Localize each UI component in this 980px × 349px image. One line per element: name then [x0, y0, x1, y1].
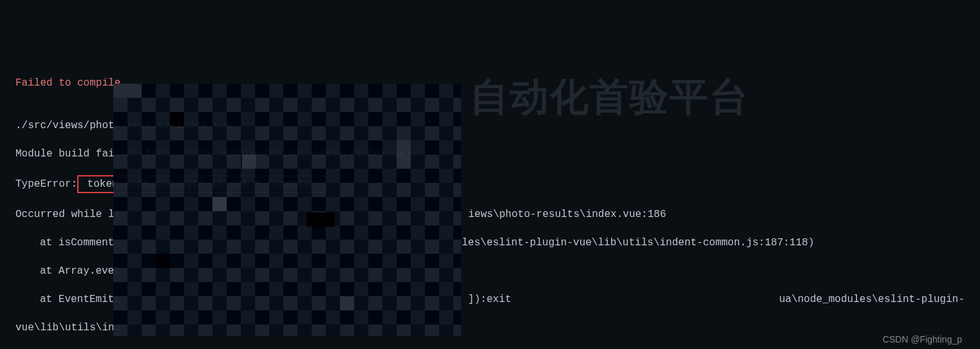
svg-rect-7	[242, 155, 256, 169]
type-error-label: TypeError:	[15, 178, 77, 190]
csdn-watermark: CSDN @Fighting_p	[883, 332, 962, 346]
svg-rect-6	[170, 112, 184, 126]
svg-rect-10	[156, 254, 170, 268]
svg-rect-9	[397, 140, 411, 169]
svg-rect-12	[212, 197, 227, 211]
svg-rect-5	[113, 84, 142, 98]
svg-rect-11	[340, 296, 354, 310]
svg-rect-4	[113, 84, 461, 336]
redaction-overlay	[113, 84, 461, 336]
svg-rect-8	[306, 212, 335, 227]
